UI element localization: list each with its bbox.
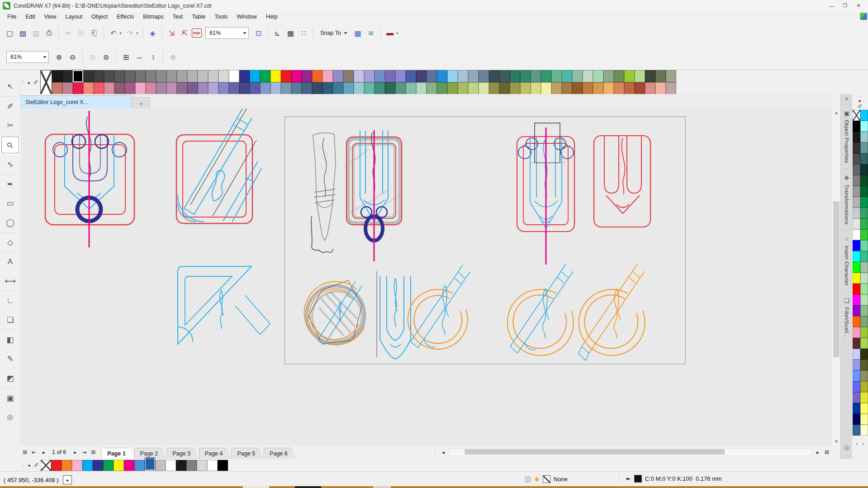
color-swatch[interactable] (666, 82, 676, 95)
color-swatch[interactable] (146, 70, 156, 82)
drawing-canvas[interactable] (20, 109, 831, 445)
color-swatch[interactable] (468, 70, 479, 82)
quick-customize-icon[interactable]: ≋ (365, 27, 377, 39)
color-swatch[interactable] (860, 132, 868, 142)
color-swatch[interactable] (364, 82, 375, 95)
insert-page-icon[interactable]: ⊞ (89, 447, 98, 457)
color-swatch[interactable] (510, 70, 520, 82)
horizontal-scroll-thumb[interactable] (465, 449, 725, 455)
color-swatch[interactable] (853, 316, 860, 327)
color-swatch[interactable] (860, 349, 868, 360)
palette-grip[interactable]: ┄┄ (856, 94, 864, 98)
color-swatch[interactable] (437, 82, 447, 95)
color-swatch[interactable] (853, 414, 860, 425)
color-swatch[interactable] (666, 70, 676, 82)
crop-tool[interactable]: ✂ (0, 116, 20, 135)
color-swatch[interactable] (207, 460, 218, 471)
drop-shadow-tool[interactable]: ❏ (0, 310, 20, 330)
redo-icon[interactable]: ↷ (124, 27, 136, 39)
color-swatch[interactable] (208, 70, 218, 82)
color-swatch[interactable] (239, 82, 250, 95)
status-flyout-button[interactable]: ▸ (63, 475, 72, 484)
text-tool[interactable]: A (0, 252, 20, 271)
color-swatch[interactable] (124, 460, 134, 471)
dimension-tool[interactable]: ⟷ (0, 271, 20, 291)
color-swatch[interactable] (343, 82, 354, 95)
color-swatch[interactable] (853, 186, 860, 197)
color-swatch[interactable] (860, 360, 868, 370)
import-icon[interactable]: ⇲ (166, 27, 178, 39)
docker-tab-insert-character[interactable]: ☆ Insert Character (841, 230, 853, 291)
connector-tool[interactable]: ∟ (0, 291, 20, 310)
color-swatch[interactable] (614, 82, 624, 95)
color-swatch[interactable] (655, 70, 666, 82)
color-swatch[interactable] (860, 284, 868, 294)
color-swatch[interactable] (458, 70, 468, 82)
color-swatch[interactable] (520, 82, 531, 95)
logo-square-draft[interactable] (45, 111, 134, 247)
previous-page-icon[interactable]: ◂ (38, 447, 47, 457)
color-swatch[interactable] (104, 82, 114, 95)
color-swatch[interactable] (281, 70, 291, 82)
print-icon[interactable]: ⎙ (43, 27, 55, 39)
color-swatch[interactable] (853, 360, 860, 370)
palette-grip[interactable]: ⋮ (20, 462, 27, 468)
rectangle-tool[interactable]: ▭ (0, 194, 20, 213)
fill-color-icon[interactable]: ◈ (534, 475, 540, 483)
color-swatch[interactable] (468, 82, 479, 95)
vertical-scrollbar[interactable]: ▲ ▼ (831, 109, 841, 445)
zoom-to-selected-icon[interactable]: ⊙ (86, 51, 99, 63)
color-swatch[interactable] (104, 70, 114, 82)
color-swatch[interactable] (860, 338, 868, 349)
color-swatch[interactable] (427, 82, 437, 95)
color-swatch[interactable] (860, 208, 868, 218)
color-swatch[interactable] (603, 70, 614, 82)
color-swatch[interactable] (146, 82, 156, 95)
sketch-photo-top[interactable] (288, 125, 507, 269)
color-swatch[interactable] (860, 381, 868, 392)
color-swatch[interactable] (853, 164, 860, 175)
color-swatch[interactable] (860, 175, 868, 186)
fullscreen-preview-icon[interactable]: ⊡ (252, 27, 265, 39)
new-document-tab-button[interactable]: + (132, 97, 150, 109)
color-swatch[interactable] (853, 305, 860, 316)
color-swatch[interactable] (73, 70, 83, 82)
color-swatch[interactable] (860, 240, 868, 251)
color-swatch[interactable] (860, 164, 868, 175)
color-swatch[interactable] (860, 229, 868, 240)
color-swatch[interactable] (531, 82, 541, 95)
color-swatch[interactable] (593, 70, 603, 82)
color-swatch[interactable] (166, 82, 177, 95)
docker-tab-object-properties[interactable]: ▣ Object Properties (841, 104, 853, 169)
color-swatch[interactable] (510, 82, 520, 95)
interactive-fill-tool[interactable]: ◩ (0, 369, 20, 388)
color-swatch[interactable] (593, 82, 603, 95)
last-page-icon[interactable]: ⇥ (80, 447, 89, 457)
menu-item[interactable]: Window (232, 12, 261, 21)
color-swatch[interactable] (323, 70, 333, 82)
color-swatch[interactable] (291, 70, 302, 82)
color-swatch[interactable] (860, 251, 868, 262)
paste-icon[interactable]: ⎗ (88, 27, 100, 39)
zoom-tool[interactable]: ⚲ (0, 135, 20, 155)
color-swatch[interactable] (624, 70, 635, 82)
color-swatch[interactable] (860, 403, 868, 414)
document-tab-active[interactable]: SteEditor Logo_corel X... (20, 95, 131, 109)
page-tab[interactable]: Page 6 (264, 448, 296, 459)
color-swatch[interactable] (541, 82, 551, 95)
eyedropper-icon[interactable]: ✐ (856, 103, 864, 110)
color-swatch[interactable] (853, 229, 860, 240)
color-swatch[interactable] (134, 460, 145, 471)
docker-tab-transformations[interactable]: ✥ Transformations (841, 169, 853, 230)
color-swatch[interactable] (229, 82, 239, 95)
insert-page-icon[interactable]: ⊞ (20, 447, 29, 457)
color-swatch[interactable] (176, 460, 186, 471)
color-swatch[interactable] (458, 82, 468, 95)
logo-cyan-triangle[interactable] (178, 266, 270, 344)
color-swatch[interactable] (166, 460, 176, 471)
color-swatch[interactable] (860, 316, 868, 327)
color-swatch[interactable] (187, 82, 198, 95)
color-swatch[interactable] (583, 82, 593, 95)
color-swatch[interactable] (635, 82, 645, 95)
color-swatch[interactable] (177, 70, 187, 82)
